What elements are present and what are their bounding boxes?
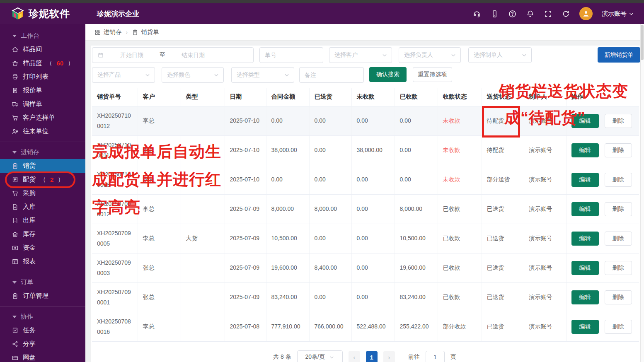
customer-select[interactable]: 选择客户	[329, 47, 392, 63]
column-header-销货单号: 销货单号	[92, 88, 138, 106]
page-size-select[interactable]: 20条/页	[297, 350, 343, 362]
sidebar-item-网盘[interactable]: 网盘	[0, 351, 85, 362]
delete-button[interactable]: 删除	[605, 114, 632, 128]
table-row[interactable]: XH202507090005李总大货2025-07-0910,500.000.0…	[92, 224, 639, 253]
user-icon	[582, 10, 590, 18]
sidebar-item-资金[interactable]: 资金	[0, 241, 85, 255]
start-date-input[interactable]	[107, 52, 156, 58]
sidebar-item-打印列表[interactable]: 打印列表	[0, 70, 85, 84]
edit-button[interactable]: 编辑	[571, 114, 599, 128]
cell-unpaid: 0.00	[351, 165, 395, 194]
sidebar-item-任务[interactable]: 任务	[0, 323, 85, 337]
edit-button[interactable]: 编辑	[571, 202, 599, 216]
refresh-icon-button[interactable]	[562, 10, 570, 18]
cell-operations: 编辑删除	[566, 312, 639, 341]
cell-paid: 8,000.00	[395, 194, 438, 224]
home-icon	[12, 46, 19, 53]
help-icon-button[interactable]	[508, 10, 517, 18]
truck-icon	[12, 101, 19, 108]
sidebar-item-销货[interactable]: 销货	[0, 159, 85, 173]
table-row[interactable]: XH202507080016李总2025-07-08777,910.00766,…	[92, 312, 639, 341]
delete-button[interactable]: 删除	[605, 173, 632, 187]
sidebar-item-客户选样单[interactable]: 客户选样单	[0, 111, 85, 125]
add-sales-order-button[interactable]: 新增销货单	[598, 47, 640, 63]
table-row[interactable]: XH202507100008李总2025-07-100.000.000.000.…	[92, 165, 639, 194]
breadcrumb-item-sales-order[interactable]: 销货单	[132, 28, 159, 36]
color-select[interactable]: 选择颜色	[162, 67, 224, 83]
prev-page-button[interactable]: ‹	[349, 351, 360, 362]
sidebar-group-协作[interactable]: 协作	[0, 310, 85, 323]
sidebar-item-样品间[interactable]: 样品间	[0, 43, 85, 56]
edit-button[interactable]: 编辑	[571, 290, 599, 304]
table-row[interactable]: XH202507090012李总2025-07-098,000.008,000.…	[92, 194, 639, 224]
mobile-icon-button[interactable]	[490, 10, 499, 18]
delete-button[interactable]: 删除	[605, 261, 632, 275]
table-row[interactable]: XH202507090003张总2025-07-0919,600.008,400…	[92, 253, 639, 282]
sidebar-item-样品篮[interactable]: 样品篮 （60）	[0, 56, 85, 70]
delete-button[interactable]: 删除	[605, 143, 632, 157]
delete-button[interactable]: 删除	[605, 202, 632, 216]
scrollbar[interactable]	[640, 24, 644, 362]
help-icon	[508, 10, 517, 18]
user-menu[interactable]: 演示账号	[602, 10, 634, 18]
owner-select[interactable]: 选择负责人	[399, 47, 461, 63]
sidebar-group-工作台[interactable]: 工作台	[0, 29, 85, 43]
type-select[interactable]: 选择类型	[231, 67, 294, 83]
table-row[interactable]: XH202507090001张总2025-07-0983,240.000.000…	[92, 282, 639, 312]
current-page-button[interactable]: 1	[366, 351, 378, 362]
edit-button[interactable]: 编辑	[571, 320, 599, 334]
remark-input[interactable]	[305, 72, 358, 78]
quote-icon	[12, 87, 19, 94]
sidebar-item-库存[interactable]: 库存	[0, 227, 85, 241]
avatar[interactable]	[579, 7, 593, 20]
sidebar-item-往来单位[interactable]: 往来单位	[0, 125, 85, 138]
delete-button[interactable]: 删除	[605, 290, 632, 304]
sidebar-item-采购[interactable]: 采购	[0, 186, 85, 200]
sidebar-item-配货[interactable]: 配货 （2）	[0, 173, 85, 186]
sidebar-item-调样单[interactable]: 调样单	[0, 97, 85, 111]
cell-order-no: XH202507090012	[92, 194, 138, 224]
cell-delivered: 0.00	[309, 165, 351, 194]
cell-type	[181, 106, 225, 135]
sidebar-item-报表[interactable]: 报表	[0, 255, 85, 268]
reset-filters-button[interactable]: 重置筛选项	[413, 67, 452, 82]
cell-operations: 编辑删除	[566, 253, 639, 282]
sidebar-group-进销存[interactable]: 进销存	[0, 145, 85, 159]
sidebar-group-订单[interactable]: 订单	[0, 275, 85, 289]
basket-icon	[12, 60, 19, 67]
remark-field	[299, 67, 364, 83]
cell-paid: 83,240.00	[395, 282, 438, 312]
top-strip	[0, 0, 644, 3]
confirm-search-button[interactable]: 确认搜索	[369, 67, 407, 82]
sales-order-table: 销货单号客户类型日期合同金额已送货未收款已收款收款状态送货状态制单人操作 XH2…	[92, 88, 639, 342]
sidebar-item-分享[interactable]: 分享	[0, 337, 85, 351]
edit-button[interactable]: 编辑	[571, 173, 599, 187]
edit-button[interactable]: 编辑	[571, 261, 599, 275]
edit-button[interactable]: 编辑	[571, 143, 599, 157]
delete-button[interactable]: 删除	[605, 320, 632, 334]
cell-contract-amount: 38,000.00	[266, 135, 309, 165]
product-select[interactable]: 选择产品	[92, 67, 155, 83]
clipboard-icon	[132, 29, 138, 36]
table-row[interactable]: XH202507100011李总2025-07-1038,000.000.003…	[92, 135, 639, 165]
app-logo[interactable]: 珍妮软件	[0, 7, 85, 21]
headset-icon-button[interactable]	[472, 10, 481, 18]
sidebar-item-订单管理[interactable]: 订单管理	[0, 289, 85, 303]
sidebar-divider	[0, 306, 85, 306]
breadcrumb-item-inventory[interactable]: 进销存	[94, 28, 122, 36]
goto-page-input[interactable]	[426, 351, 445, 362]
order-no-input[interactable]	[265, 52, 318, 58]
fullscreen-icon-button[interactable]	[544, 10, 552, 18]
table-row[interactable]: XH202507100012李总2025-07-100.000.000.000.…	[92, 106, 639, 135]
sidebar-item-入库[interactable]: 入库	[0, 200, 85, 214]
edit-button[interactable]: 编辑	[571, 232, 599, 246]
end-date-input[interactable]	[169, 52, 218, 58]
cell-payment-status: 已收款	[438, 224, 482, 253]
sidebar-item-报价单[interactable]: 报价单	[0, 84, 85, 97]
delete-button[interactable]: 删除	[605, 232, 632, 246]
date-range-picker[interactable]: 至	[92, 47, 254, 63]
maker-select[interactable]: 选择制单人	[468, 47, 532, 63]
bell-icon-button[interactable]	[526, 10, 535, 18]
next-page-button[interactable]: ›	[383, 351, 395, 362]
sidebar-item-出库[interactable]: 出库	[0, 214, 85, 227]
